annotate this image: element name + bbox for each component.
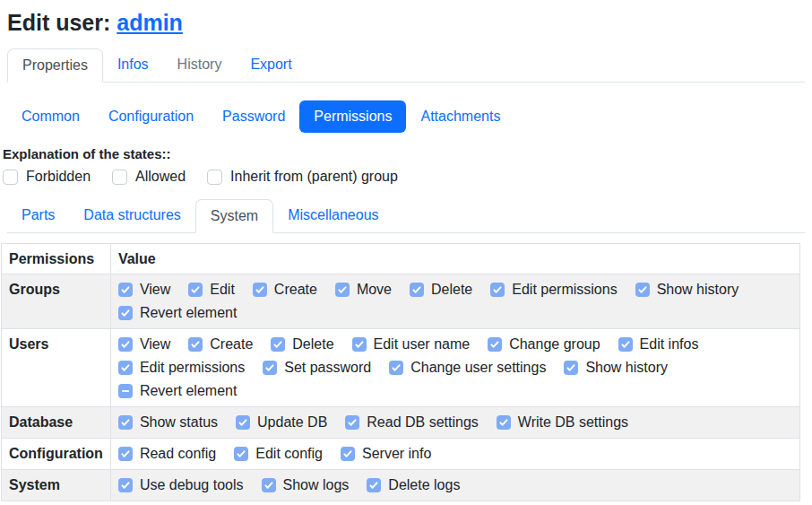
permission-checkbox-view[interactable]: View xyxy=(118,336,170,353)
tab-link-properties[interactable]: Properties xyxy=(7,48,103,83)
permission-checkbox-delete[interactable]: Delete xyxy=(410,282,472,298)
tab-infos: Infos xyxy=(103,48,163,82)
checkbox-checked-icon xyxy=(618,337,633,352)
permission-checkbox-show-status[interactable]: Show status xyxy=(118,414,218,431)
permission-checkbox-delete[interactable]: Delete xyxy=(271,336,333,353)
permission-label: Create xyxy=(274,282,317,298)
state-checkbox-inherit-from-parent-group[interactable]: Inherit from (parent) group xyxy=(207,169,398,185)
checkbox-checked-icon xyxy=(234,447,248,461)
permission-label: Show history xyxy=(657,282,739,298)
table-header-row: Permissions Value xyxy=(2,244,800,274)
checkbox-checked-icon xyxy=(564,361,578,375)
state-checkbox-allowed[interactable]: Allowed xyxy=(112,169,186,185)
checkbox-checked-icon xyxy=(188,337,203,352)
checkbox-checked-icon xyxy=(118,361,133,375)
states-legend: ForbiddenAllowedInherit from (parent) gr… xyxy=(3,169,812,185)
row-label: Database xyxy=(2,407,111,439)
tab-link-infos[interactable]: Infos xyxy=(103,48,163,81)
permission-checkbox-view[interactable]: View xyxy=(118,282,170,298)
checkbox-checked-icon xyxy=(497,415,511,430)
permission-checkbox-edit-permissions[interactable]: Edit permissions xyxy=(490,282,617,298)
permission-checkbox-delete-logs[interactable]: Delete logs xyxy=(367,477,460,493)
permission-label: Read config xyxy=(140,446,216,462)
permission-label: Show logs xyxy=(283,477,350,493)
permission-label: Edit xyxy=(210,282,235,298)
checkbox-checked-icon xyxy=(118,415,133,430)
permission-label: Change group xyxy=(509,336,600,353)
permission-label: Server info xyxy=(362,446,431,462)
checkbox-checked-icon xyxy=(188,283,203,297)
permtab-system: System xyxy=(195,199,273,232)
table-row-configuration: ConfigurationRead configEdit configServe… xyxy=(2,439,800,470)
permission-checkbox-edit-permissions[interactable]: Edit permissions xyxy=(118,360,245,376)
permtab-link-miscellaneous[interactable]: Miscellaneous xyxy=(273,199,393,231)
permission-label: Edit infos xyxy=(640,336,699,353)
permission-label: Read DB settings xyxy=(367,414,479,431)
permission-label: Create xyxy=(210,336,253,353)
permission-checkbox-revert-element[interactable]: Revert element xyxy=(118,305,238,321)
edited-user-link[interactable]: admin xyxy=(117,10,183,35)
permissions-table: Permissions Value GroupsViewEditCreateMo… xyxy=(1,243,800,501)
permission-checkbox-edit-user-name[interactable]: Edit user name xyxy=(352,336,471,353)
permission-checkbox-use-debug-tools[interactable]: Use debug tools xyxy=(118,477,244,493)
permission-checkbox-read-config[interactable]: Read config xyxy=(118,446,216,462)
permission-label: Delete xyxy=(292,336,333,353)
checkbox-checked-icon xyxy=(271,337,285,352)
permission-checkbox-update-db[interactable]: Update DB xyxy=(236,414,327,431)
state-checkbox-forbidden[interactable]: Forbidden xyxy=(3,169,91,185)
permtab-data-structures: Data structures xyxy=(69,199,194,232)
permission-label: Show status xyxy=(140,414,218,431)
checkbox-checked-icon xyxy=(118,283,133,297)
permission-checkbox-read-db-settings[interactable]: Read DB settings xyxy=(345,414,479,431)
checkbox-checked-icon xyxy=(352,337,367,352)
subtab-link-permissions[interactable]: Permissions xyxy=(299,100,406,133)
permission-checkbox-create[interactable]: Create xyxy=(188,336,253,353)
permission-checkbox-server-info[interactable]: Server info xyxy=(341,446,431,462)
checkbox-checked-icon xyxy=(410,283,424,297)
permission-checkbox-set-password[interactable]: Set password xyxy=(263,360,371,376)
permission-label: Write DB settings xyxy=(518,414,628,431)
checkbox-checked-icon xyxy=(253,283,267,297)
row-value-cell: Read configEdit configServer info xyxy=(110,439,799,470)
permission-checkbox-revert-element[interactable]: Revert element xyxy=(118,383,238,399)
subtab-link-attachments[interactable]: Attachments xyxy=(406,100,514,133)
tab-history: History xyxy=(163,48,237,82)
subtab-link-common[interactable]: Common xyxy=(7,100,94,133)
state-label: Forbidden xyxy=(26,169,91,185)
subtab-link-configuration[interactable]: Configuration xyxy=(94,100,208,133)
permission-checkbox-change-group[interactable]: Change group xyxy=(488,336,600,353)
permissions-tabs: PartsData structuresSystemMiscellaneous xyxy=(7,199,805,233)
permission-checkbox-edit-infos[interactable]: Edit infos xyxy=(618,336,699,353)
permission-checkbox-write-db-settings[interactable]: Write DB settings xyxy=(497,414,628,431)
tab-link-export[interactable]: Export xyxy=(236,48,306,81)
checkbox-unchecked-icon xyxy=(207,170,222,185)
permission-checkbox-show-history[interactable]: Show history xyxy=(635,282,739,298)
row-value-cell: Use debug toolsShow logsDelete logs xyxy=(110,470,799,501)
subtab-link-password[interactable]: Password xyxy=(208,100,299,133)
permission-checkbox-change-user-settings[interactable]: Change user settings xyxy=(389,360,546,376)
subtab-password: Password xyxy=(208,100,299,133)
permtab-link-system[interactable]: System xyxy=(195,199,273,233)
permission-label: Edit config xyxy=(255,446,323,462)
permission-checkbox-move[interactable]: Move xyxy=(335,282,392,298)
permtab-link-data-structures[interactable]: Data structures xyxy=(69,199,194,231)
permission-checkbox-show-history[interactable]: Show history xyxy=(564,360,668,376)
permission-label: Edit user name xyxy=(374,336,471,353)
table-row-users: UsersViewCreateDeleteEdit user nameChang… xyxy=(2,329,800,407)
permission-checkbox-show-logs[interactable]: Show logs xyxy=(262,477,350,493)
permission-checkbox-create[interactable]: Create xyxy=(253,282,317,298)
checkbox-indeterminate-icon xyxy=(118,384,133,398)
checkbox-checked-icon xyxy=(118,337,133,352)
permission-label: Show history xyxy=(585,360,668,376)
permission-checkbox-edit[interactable]: Edit xyxy=(188,282,235,298)
checkbox-checked-icon xyxy=(490,283,505,297)
permtab-link-parts[interactable]: Parts xyxy=(7,199,69,231)
row-label: Configuration xyxy=(2,439,111,470)
tab-link-history: History xyxy=(163,48,237,81)
subtab-attachments: Attachments xyxy=(406,100,514,133)
row-value-cell: ViewCreateDeleteEdit user nameChange gro… xyxy=(110,329,799,407)
page-title: Edit user: admin xyxy=(7,9,805,36)
permission-checkbox-edit-config[interactable]: Edit config xyxy=(234,446,323,462)
checkbox-checked-icon xyxy=(341,447,355,461)
checkbox-checked-icon xyxy=(345,415,359,430)
